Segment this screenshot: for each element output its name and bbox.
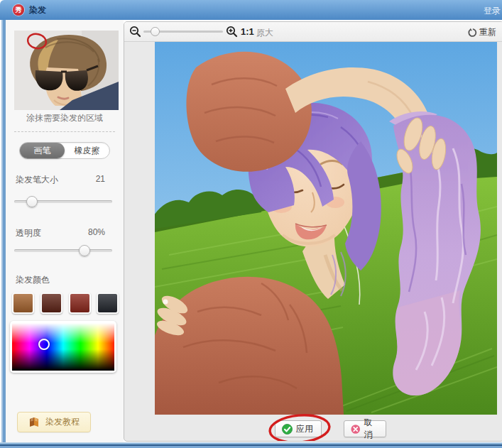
redo-label: 重新 — [479, 26, 496, 38]
zoom-slider-thumb[interactable] — [151, 27, 160, 36]
opacity-slider-track[interactable] — [14, 249, 112, 252]
sidebar: 涂抹需要染发的区域 画笔 橡皮擦 染发笔大小 21 透明度 80% 染发颜色 — [6, 20, 124, 442]
apply-check-icon — [282, 424, 293, 435]
redo-control[interactable]: 重新 — [467, 26, 496, 38]
guide-thumbnail-image — [14, 31, 119, 110]
tutorial-button-label: 染发教程 — [45, 416, 80, 428]
window-title: 染发 — [29, 4, 46, 16]
brush-size-row: 染发笔大小 21 — [16, 174, 105, 186]
book-icon — [28, 417, 40, 427]
color-swatch-black[interactable] — [97, 293, 119, 314]
zoom-in-icon[interactable] — [226, 26, 238, 38]
brush-size-value: 21 — [96, 174, 105, 186]
opacity-label: 透明度 — [16, 227, 41, 239]
brush-size-slider[interactable] — [14, 196, 112, 207]
apply-button-label: 应用 — [296, 423, 313, 435]
login-link[interactable]: 登录 — [484, 5, 501, 17]
canvas-toolbar: 1:1 原大 重新 — [124, 22, 502, 42]
brush-size-slider-thumb[interactable] — [26, 196, 38, 207]
zoom-ratio-suffix: 原大 — [256, 27, 273, 39]
zoom-out-icon[interactable] — [129, 26, 141, 38]
color-picker-panel[interactable] — [10, 321, 116, 373]
dye-color-label: 染发颜色 — [16, 274, 50, 286]
cancel-button[interactable]: 取消 — [344, 420, 386, 437]
color-swatch-red[interactable] — [69, 293, 91, 314]
edited-photo[interactable] — [155, 42, 497, 415]
opacity-slider[interactable] — [14, 245, 112, 256]
brush-size-label: 染发笔大小 — [16, 174, 58, 186]
color-swatch-darkred[interactable] — [40, 293, 62, 314]
app-logo-icon: 秀 — [13, 4, 24, 16]
window-frame-left — [0, 20, 6, 442]
color-picker-selector[interactable] — [38, 339, 50, 350]
apply-button[interactable]: 应用 — [275, 420, 322, 437]
undo-arrow-icon — [467, 28, 477, 38]
photo-image — [155, 42, 497, 415]
opacity-slider-thumb[interactable] — [79, 245, 90, 256]
app-window: 秀 染发 登录 — [0, 0, 502, 448]
tutorial-button[interactable]: 染发教程 — [17, 412, 91, 432]
brush-tool-button[interactable]: 画笔 — [20, 143, 65, 158]
tool-segment-control: 画笔 橡皮擦 — [19, 142, 110, 159]
opacity-row: 透明度 80% — [16, 227, 105, 239]
thumbnail-caption: 涂抹需要染发的区域 — [6, 112, 124, 124]
cancel-x-icon — [351, 424, 360, 435]
color-swatch-brown[interactable] — [12, 293, 34, 314]
canvas-panel: 1:1 原大 重新 — [124, 21, 502, 442]
zoom-ratio-label[interactable]: 1:1 — [241, 26, 254, 37]
guide-thumbnail — [14, 31, 119, 110]
color-picker-gradient[interactable] — [12, 323, 114, 371]
opacity-value: 80% — [88, 227, 105, 239]
zoom-slider[interactable] — [143, 26, 223, 37]
window-frame-bottom — [0, 442, 502, 448]
titlebar: 秀 染发 登录 — [0, 0, 502, 20]
cancel-button-label: 取消 — [364, 417, 379, 441]
divider — [14, 131, 115, 132]
eraser-tool-button[interactable]: 橡皮擦 — [65, 143, 109, 158]
